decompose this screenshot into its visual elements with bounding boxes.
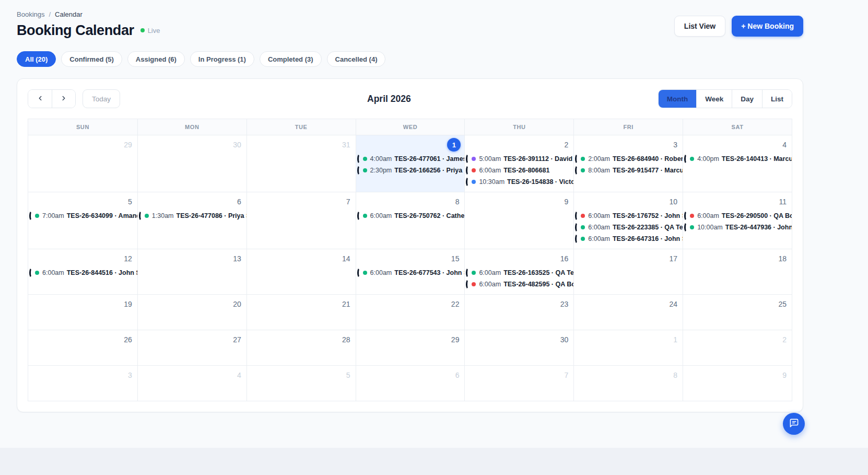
day-cell-22[interactable]: 22 [356, 294, 465, 330]
view-tab-day[interactable]: Day [732, 90, 762, 108]
event-item[interactable]: 1:30amTES-26-477086 · Priya S [138, 210, 247, 222]
day-number: 20 [233, 300, 241, 308]
event-time: 1:30am [152, 212, 174, 219]
day-cell-21[interactable]: 21 [247, 294, 356, 330]
day-number-row: 1 [574, 333, 683, 346]
day-cell-29[interactable]: 29 [28, 135, 137, 192]
event-item[interactable]: 6:00amTES-26-223385 · QA Te [574, 222, 683, 233]
event-item[interactable]: 5:00amTES-26-391112 · David C [465, 153, 573, 165]
event-bracket-icon [357, 268, 362, 278]
day-cell-1[interactable]: 14:00amTES-26-477061 · James2:30pmTES-26… [356, 135, 465, 192]
chat-launcher-button[interactable] [783, 413, 805, 435]
day-number: 8 [673, 371, 677, 379]
day-cell-30[interactable]: 30 [137, 135, 247, 192]
day-cell-8[interactable]: 8 [573, 365, 683, 401]
event-item[interactable]: 6:00amTES-26-163525 · QA Tes [465, 267, 573, 279]
day-number: 2 [782, 335, 787, 344]
event-item[interactable]: 6:00amTES-26-844516 · John S [28, 267, 137, 279]
event-status-dot [472, 271, 476, 275]
event-item[interactable]: 6:00amTES-26-482595 · QA Bo [465, 279, 573, 290]
day-cell-5[interactable]: 57:00amTES-26-634099 · Amand [28, 192, 137, 249]
event-item[interactable]: 6:00amTES-26-806681 [465, 165, 573, 176]
day-number: 7 [346, 198, 350, 206]
day-cell-6[interactable]: 61:30amTES-26-477086 · Priya S [137, 192, 247, 249]
day-cell-24[interactable]: 24 [573, 294, 683, 330]
day-cell-27[interactable]: 27 [137, 330, 247, 365]
event-item[interactable]: 2:00amTES-26-684940 · Rober [574, 153, 683, 165]
list-view-button[interactable]: List View [674, 16, 725, 37]
view-tab-week[interactable]: Week [696, 90, 732, 108]
event-item[interactable]: 10:30amTES-26-154838 · Victo [465, 176, 573, 188]
filter-pill-all-20[interactable]: All (20) [17, 51, 56, 67]
day-cell-3[interactable]: 3 [28, 365, 137, 401]
weekday-header-wed: WED [356, 119, 465, 135]
event-status-dot [472, 282, 476, 286]
day-cell-18[interactable]: 18 [683, 249, 792, 294]
day-cell-12[interactable]: 126:00amTES-26-844516 · John S [28, 249, 137, 294]
day-cell-6[interactable]: 6 [356, 365, 465, 401]
new-booking-button[interactable]: + New Booking [732, 16, 803, 37]
day-cell-4[interactable]: 44:00pmTES-26-140413 · Marcus [683, 135, 792, 192]
day-cell-28[interactable]: 28 [247, 330, 356, 365]
day-cell-19[interactable]: 19 [28, 294, 137, 330]
day-cell-16[interactable]: 166:00amTES-26-163525 · QA Tes6:00amTES-… [464, 249, 573, 294]
day-cell-2[interactable]: 25:00amTES-26-391112 · David C6:00amTES-… [464, 135, 573, 192]
event-item[interactable]: 8:00amTES-26-915477 · Marcu [574, 165, 683, 176]
day-cell-29[interactable]: 29 [356, 330, 465, 365]
event-time: 6:00am [588, 235, 610, 242]
day-cell-15[interactable]: 156:00amTES-26-677543 · John S [356, 249, 465, 294]
event-item[interactable]: 6:00amTES-26-647316 · John S [574, 233, 683, 245]
filter-pill-assigned-6[interactable]: Assigned (6) [127, 51, 185, 67]
event-status-dot [581, 225, 585, 229]
day-cell-2[interactable]: 2 [683, 330, 792, 365]
day-cell-9[interactable]: 9 [464, 192, 573, 249]
day-cell-25[interactable]: 25 [683, 294, 792, 330]
day-cell-13[interactable]: 13 [137, 249, 247, 294]
day-number: 12 [124, 254, 132, 263]
event-time: 4:00pm [697, 155, 719, 163]
day-cell-26[interactable]: 26 [28, 330, 137, 365]
event-item[interactable]: 6:00amTES-26-176752 · John S [574, 210, 683, 222]
event-item[interactable]: 6:00amTES-26-677543 · John S [356, 267, 465, 279]
day-cell-23[interactable]: 23 [464, 294, 573, 330]
filter-pill-confirmed-5[interactable]: Confirmed (5) [61, 51, 122, 67]
view-tab-month[interactable]: Month [659, 90, 696, 108]
day-cell-4[interactable]: 4 [137, 365, 247, 401]
day-cell-31[interactable]: 31 [247, 135, 356, 192]
day-cell-3[interactable]: 32:00amTES-26-684940 · Rober8:00amTES-26… [573, 135, 683, 192]
event-item[interactable]: 10:00amTES-26-447936 · John [683, 222, 792, 233]
event-item[interactable]: 7:00amTES-26-634099 · Amand [28, 210, 137, 222]
event-bracket-icon [357, 154, 362, 164]
event-item[interactable]: 6:00amTES-26-750762 · Cather [356, 210, 465, 222]
day-cell-1[interactable]: 1 [573, 330, 683, 365]
event-item[interactable]: 4:00pmTES-26-140413 · Marcus [683, 153, 792, 165]
breadcrumb-bookings[interactable]: Bookings [17, 10, 44, 18]
day-cell-7[interactable]: 7 [464, 365, 573, 401]
today-button[interactable]: Today [83, 89, 120, 108]
filter-pill-completed-3[interactable]: Completed (3) [260, 51, 322, 67]
view-tab-list[interactable]: List [762, 90, 792, 108]
event-label: TES-26-915477 · Marcu [613, 167, 683, 174]
filter-pill-cancelled-4[interactable]: Cancelled (4) [327, 51, 386, 67]
event-item[interactable]: 4:00amTES-26-477061 · James [356, 153, 465, 165]
day-cell-10[interactable]: 106:00amTES-26-176752 · John S6:00amTES-… [573, 192, 683, 249]
filter-pill-in-progress-1[interactable]: In Progress (1) [190, 51, 254, 67]
day-cell-9[interactable]: 9 [683, 365, 792, 401]
day-cell-20[interactable]: 20 [137, 294, 247, 330]
event-item[interactable]: 6:00amTES-26-290500 · QA Bo [683, 210, 792, 222]
event-bracket-icon [575, 165, 580, 176]
weekday-header-thu: THU [464, 119, 573, 135]
day-cell-5[interactable]: 5 [247, 365, 356, 401]
event-item[interactable]: 2:30pmTES-26-166256 · Priya S [356, 165, 465, 176]
event-time: 6:00am [479, 281, 501, 288]
prev-month-button[interactable] [28, 90, 52, 108]
next-month-button[interactable] [52, 90, 75, 108]
day-cell-14[interactable]: 14 [247, 249, 356, 294]
day-cell-11[interactable]: 116:00amTES-26-290500 · QA Bo10:00amTES-… [683, 192, 792, 249]
day-cell-7[interactable]: 7 [247, 192, 356, 249]
day-number-row: 29 [356, 333, 465, 346]
day-cell-17[interactable]: 17 [573, 249, 683, 294]
day-cell-30[interactable]: 30 [464, 330, 573, 365]
day-cell-8[interactable]: 86:00amTES-26-750762 · Cather [356, 192, 465, 249]
day-number-row: 4 [138, 369, 247, 381]
